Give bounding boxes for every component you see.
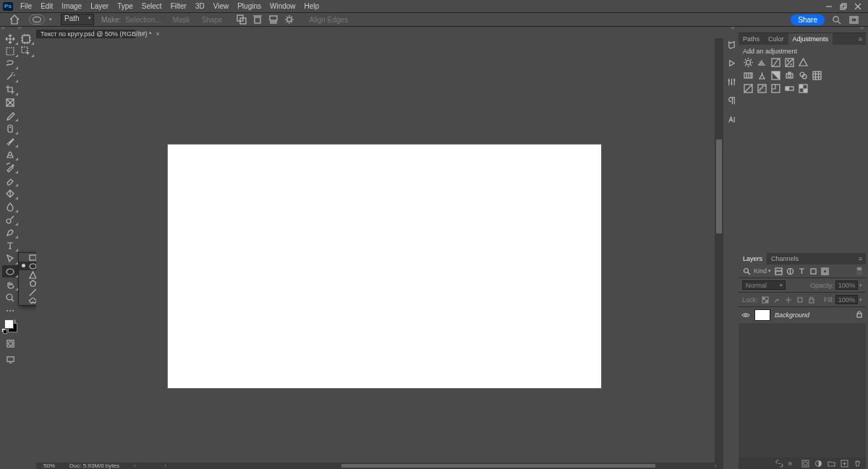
- path-arrangement-button[interactable]: [268, 14, 279, 25]
- blur-tool[interactable]: [2, 200, 18, 212]
- menu-plugins[interactable]: Plugins: [233, 0, 265, 12]
- color-lookup-icon[interactable]: [812, 70, 822, 81]
- scrollbar-thumb[interactable]: [341, 464, 655, 468]
- chevron-down-icon[interactable]: ▾: [859, 283, 862, 288]
- menu-3d[interactable]: 3D: [191, 0, 209, 12]
- curves-icon[interactable]: [770, 57, 781, 68]
- settings-gear-icon[interactable]: [284, 14, 295, 25]
- filter-type-icon[interactable]: [797, 267, 806, 275]
- chevron-right-icon[interactable]: ››: [1, 27, 5, 30]
- scroll-right-arrow-icon[interactable]: ›: [715, 463, 716, 468]
- edit-toolbar-button[interactable]: [2, 304, 18, 317]
- path-operations-button[interactable]: [236, 14, 247, 25]
- move-tool[interactable]: [2, 33, 18, 45]
- path-alignment-button[interactable]: [252, 14, 263, 25]
- chevron-left-icon[interactable]: ‹‹: [860, 27, 864, 30]
- tab-paths[interactable]: Paths: [739, 33, 764, 45]
- color-balance-icon[interactable]: [757, 70, 767, 81]
- dodge-tool[interactable]: [2, 213, 18, 225]
- black-white-icon[interactable]: [770, 70, 781, 81]
- info-chevron-icon[interactable]: ›: [134, 462, 136, 469]
- window-close[interactable]: [851, 0, 865, 12]
- chevron-right-icon[interactable]: ››: [18, 27, 22, 30]
- vibrance-icon[interactable]: [798, 57, 809, 68]
- crop-tool[interactable]: [2, 83, 18, 95]
- menu-select[interactable]: Select: [137, 0, 166, 12]
- search-icon[interactable]: [830, 14, 842, 25]
- lock-pixels-icon[interactable]: [773, 296, 781, 304]
- hue-saturation-icon[interactable]: [743, 70, 754, 81]
- selective-color-icon[interactable]: [798, 83, 809, 94]
- rectangular-marquee-tool[interactable]: [2, 45, 18, 57]
- exposure-icon[interactable]: [784, 57, 795, 68]
- delete-layer-icon[interactable]: [853, 459, 861, 468]
- chevron-left-icon[interactable]: ‹‹: [731, 27, 735, 30]
- invert-icon[interactable]: [743, 83, 754, 94]
- spot-healing-brush-tool[interactable]: [2, 122, 18, 134]
- menu-window[interactable]: Window: [265, 0, 300, 12]
- channel-mixer-icon[interactable]: [798, 70, 809, 81]
- play-action-panel-icon[interactable]: [726, 57, 737, 69]
- artboard-tool[interactable]: [18, 33, 34, 45]
- libraries-panel-icon[interactable]: [726, 38, 737, 50]
- scrollbar-thumb[interactable]: [716, 139, 722, 233]
- horizontal-scrollbar[interactable]: ‹ ›: [165, 463, 716, 468]
- scroll-left-arrow-icon[interactable]: ‹: [165, 463, 166, 468]
- layer-style-fx-icon[interactable]: fx: [788, 459, 796, 468]
- zoom-level[interactable]: 50%: [43, 462, 55, 469]
- filter-toggle[interactable]: [856, 267, 862, 275]
- fill-value[interactable]: 100%: [835, 295, 858, 304]
- filter-smartobject-icon[interactable]: [820, 267, 829, 275]
- make-mask-button[interactable]: Mask: [173, 16, 190, 24]
- threshold-icon[interactable]: [770, 83, 781, 94]
- frame-tool[interactable]: [2, 96, 18, 108]
- shape-preset-dropdown[interactable]: [29, 14, 45, 25]
- new-group-icon[interactable]: [827, 459, 835, 468]
- lock-position-icon[interactable]: [784, 296, 793, 304]
- new-layer-icon[interactable]: [840, 459, 848, 468]
- gradient-tool[interactable]: [2, 187, 18, 199]
- eraser-tool[interactable]: [2, 174, 18, 186]
- opacity-value[interactable]: 100%: [835, 280, 858, 290]
- menu-help[interactable]: Help: [300, 0, 324, 12]
- window-minimize[interactable]: [822, 0, 836, 12]
- add-mask-icon[interactable]: [801, 459, 809, 468]
- menu-view[interactable]: View: [209, 0, 234, 12]
- screen-mode-button[interactable]: [2, 354, 18, 365]
- tab-adjustments[interactable]: Adjustments: [788, 33, 833, 45]
- shape-tool[interactable]: [2, 265, 18, 277]
- share-button[interactable]: Share: [791, 14, 825, 25]
- brush-tool[interactable]: [2, 135, 18, 147]
- layer-name[interactable]: Background: [775, 311, 809, 319]
- zoom-tool[interactable]: [2, 291, 18, 304]
- clone-stamp-tool[interactable]: [2, 148, 18, 160]
- foreground-background-colors[interactable]: ⤭: [2, 319, 18, 333]
- search-icon[interactable]: [742, 267, 751, 275]
- chevron-down-icon[interactable]: ▾: [859, 297, 862, 303]
- pen-tool[interactable]: [2, 226, 18, 238]
- tab-channels[interactable]: Channels: [767, 253, 803, 264]
- photo-filter-icon[interactable]: [784, 70, 795, 81]
- type-tool[interactable]: [2, 239, 18, 251]
- lock-transparency-icon[interactable]: [761, 296, 770, 304]
- quick-mask-mode-button[interactable]: [2, 338, 18, 349]
- vertical-scrollbar[interactable]: [715, 38, 723, 462]
- menu-edit[interactable]: Edit: [36, 0, 57, 12]
- blend-mode-select[interactable]: Normal: [742, 280, 786, 290]
- document-info[interactable]: Doc: 5.93M/0 bytes: [69, 462, 119, 469]
- menu-file[interactable]: File: [16, 0, 36, 12]
- document-canvas[interactable]: [167, 144, 602, 389]
- layer-lock-icon[interactable]: [856, 311, 863, 319]
- tool-mode-select[interactable]: Path: [61, 14, 94, 25]
- window-restore[interactable]: [836, 0, 851, 12]
- filter-kind-select[interactable]: Kind ▾: [754, 267, 771, 275]
- lasso-tool[interactable]: [2, 57, 18, 69]
- make-selection-button[interactable]: Selection...: [125, 16, 161, 24]
- filter-pixel-icon[interactable]: [774, 267, 783, 275]
- close-tab-icon[interactable]: ×: [156, 30, 159, 38]
- tab-color[interactable]: Color: [764, 33, 788, 45]
- filter-adjustment-icon[interactable]: [786, 267, 794, 275]
- default-colors-icon[interactable]: [2, 329, 7, 333]
- home-button[interactable]: [9, 14, 20, 25]
- layer-thumbnail[interactable]: [754, 309, 770, 321]
